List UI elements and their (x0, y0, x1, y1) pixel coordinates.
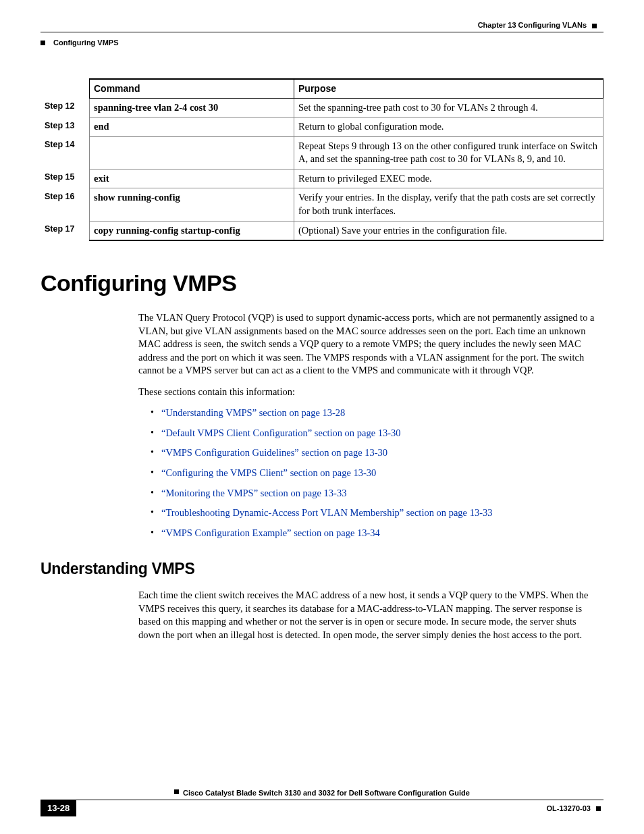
footer-book-title: Cisco Catalyst Blade Switch 3130 and 303… (183, 789, 470, 797)
footer-square-icon (174, 789, 179, 794)
intro-paragraph: The VLAN Query Protocol (VQP) is used to… (138, 311, 597, 377)
table-row: Step 15 exit Return to privileged EXEC m… (41, 169, 603, 188)
header-chapter: Chapter 13 Configuring VLANs (41, 20, 603, 30)
table-row: Step 14 Repeat Steps 9 through 13 on the… (41, 136, 603, 169)
link-vmps-config-example[interactable]: “VMPS Configuration Example” section on … (161, 527, 380, 538)
page-footer: Cisco Catalyst Blade Switch 3130 and 303… (41, 788, 603, 816)
intro-list-lead: These sections contain this information: (138, 386, 597, 399)
link-configuring-vmps-client[interactable]: “Configuring the VMPS Client” section on… (161, 467, 376, 478)
main-heading: Configuring VMPS (41, 268, 603, 299)
header-square-icon (592, 24, 597, 28)
table-row: Step 17 copy running-config startup-conf… (41, 221, 603, 240)
understanding-paragraph: Each time the client switch receives the… (138, 589, 597, 642)
sub-heading: Understanding VMPS (41, 558, 603, 579)
section-links-list: “Understanding VMPS” section on page 13-… (138, 407, 597, 540)
link-default-vmps-config[interactable]: “Default VMPS Client Configuration” sect… (161, 427, 401, 438)
page-number: 13-28 (41, 800, 76, 816)
link-monitoring-vmps[interactable]: “Monitoring the VMPS” section on page 13… (161, 488, 346, 498)
header-square-icon (41, 41, 45, 45)
link-understanding-vmps[interactable]: “Understanding VMPS” section on page 13-… (161, 407, 345, 418)
table-header-command: Command (90, 79, 294, 98)
footer-square-icon (596, 806, 601, 811)
table-row: Step 13 end Return to global configurati… (41, 118, 603, 137)
table-row: Step 12 spanning-tree vlan 2-4 cost 30 S… (41, 98, 603, 118)
header-section: Configuring VMPS (41, 38, 603, 48)
link-vmps-guidelines[interactable]: “VMPS Configuration Guidelines” section … (161, 447, 387, 458)
table-row: Step 16 show running-config Verify your … (41, 188, 603, 221)
steps-table: Command Purpose Step 12 spanning-tree vl… (41, 78, 603, 241)
doc-number: OL-13270-03 (547, 804, 591, 812)
table-header-purpose: Purpose (294, 79, 603, 98)
link-troubleshooting-dynamic[interactable]: “Troubleshooting Dynamic-Access Port VLA… (161, 507, 493, 518)
